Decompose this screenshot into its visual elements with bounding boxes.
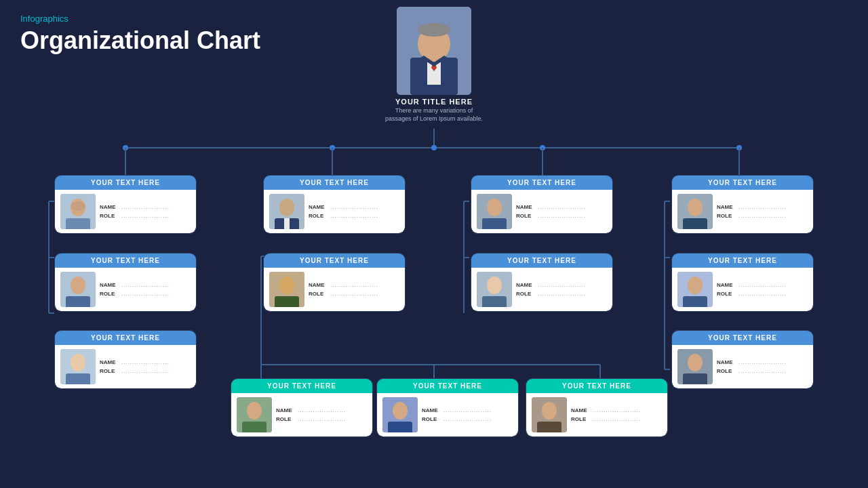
card-col1-row3: YOUR TEXT HERE NAME ....................… <box>54 330 197 389</box>
card-col2-row2-info: NAME ...................... ROLE .......… <box>309 282 378 297</box>
name-dots: ...................... <box>738 204 787 210</box>
role-label: ROLE <box>571 416 590 422</box>
card-col2-bot2-info: NAME ...................... ROLE .......… <box>422 407 492 422</box>
card-col1-row3-body: NAME ...................... ROLE .......… <box>55 345 196 388</box>
svg-point-37 <box>71 201 85 211</box>
role-label: ROLE <box>276 416 295 422</box>
role-label: ROLE <box>422 416 441 422</box>
name-label: NAME <box>100 282 119 288</box>
name-dots: ...................... <box>443 407 492 413</box>
svg-rect-48 <box>284 218 290 229</box>
name-dots: ...................... <box>298 407 346 413</box>
card-col3-row2-info: NAME ...................... ROLE .......… <box>516 282 586 297</box>
top-node-photo <box>397 7 471 95</box>
card-col2-row1: YOUR TEXT HERE NAME ....................… <box>263 175 406 234</box>
card-col1-row3-photo <box>60 349 96 384</box>
name-dots: ...................... <box>738 282 787 288</box>
svg-point-68 <box>688 199 703 216</box>
card-col2-bot1-photo <box>237 397 272 432</box>
role-label: ROLE <box>100 213 119 219</box>
name-dots: ...................... <box>330 204 378 210</box>
name-label: NAME <box>309 282 328 288</box>
svg-rect-57 <box>388 422 412 432</box>
role-label: ROLE <box>516 291 535 297</box>
card-col1-row1-header: YOUR TEXT HERE <box>55 176 196 190</box>
card-col3-row2-photo <box>477 272 512 307</box>
name-label: NAME <box>422 407 441 413</box>
name-dots: ...................... <box>738 359 787 365</box>
svg-rect-38 <box>66 218 90 229</box>
svg-point-11 <box>431 145 437 150</box>
svg-rect-51 <box>275 296 299 307</box>
card-col3-row1-body: NAME ...................... ROLE .......… <box>471 190 612 233</box>
card-col4-row2: YOUR TEXT HERE NAME ....................… <box>671 253 814 312</box>
card-col2-row2-header: YOUR TEXT HERE <box>264 253 405 268</box>
card-col4-row1-info: NAME ...................... ROLE .......… <box>717 204 787 219</box>
role-dots: ...................... <box>298 416 346 422</box>
card-col1-row2-info: NAME ...................... ROLE .......… <box>100 282 170 297</box>
svg-rect-60 <box>537 422 561 432</box>
card-col2-row2: YOUR TEXT HERE NAME ....................… <box>263 253 406 312</box>
card-col2-row1-info: NAME ...................... ROLE .......… <box>309 204 378 219</box>
svg-point-74 <box>688 354 703 371</box>
name-dots: ...................... <box>538 282 586 288</box>
svg-point-62 <box>487 199 502 216</box>
infographics-label: Infographics <box>20 14 260 24</box>
svg-point-65 <box>487 277 502 294</box>
card-col1-row1-body: NAME ...................... ROLE .......… <box>55 190 196 233</box>
svg-point-12 <box>540 145 545 150</box>
role-label: ROLE <box>309 213 328 219</box>
name-dots: ...................... <box>330 282 378 288</box>
role-label: ROLE <box>717 368 736 374</box>
name-label: NAME <box>571 407 590 413</box>
top-node-subtitle: There are many variations of passages of… <box>383 107 485 123</box>
card-col2-row2-photo <box>269 272 304 307</box>
svg-point-40 <box>71 277 85 294</box>
role-dots: ...................... <box>738 213 787 219</box>
svg-point-50 <box>279 277 294 294</box>
card-col2-bot1-info: NAME ...................... ROLE .......… <box>276 407 346 422</box>
svg-point-59 <box>542 402 557 420</box>
card-col3-row1-info: NAME ...................... ROLE .......… <box>516 204 586 219</box>
card-col4-row1-header: YOUR TEXT HERE <box>672 176 813 190</box>
card-col2-row1-header: YOUR TEXT HERE <box>264 176 405 190</box>
card-col2-bot2-photo <box>382 397 418 432</box>
card-col2-bot3-photo <box>532 397 567 432</box>
svg-point-46 <box>279 199 294 216</box>
card-col4-row1-photo <box>677 194 713 229</box>
role-label: ROLE <box>309 291 328 297</box>
card-col4-row3-body: NAME ...................... ROLE .......… <box>672 345 813 388</box>
card-col3-row1-photo <box>477 194 512 229</box>
svg-rect-41 <box>66 296 90 307</box>
card-col3-row2: YOUR TEXT HERE NAME ....................… <box>471 253 613 312</box>
card-col2-bot3-header: YOUR TEXT HERE <box>526 379 667 393</box>
svg-rect-72 <box>683 296 707 307</box>
card-col2-bot2-body: NAME ...................... ROLE .......… <box>377 393 518 436</box>
svg-point-9 <box>123 145 128 150</box>
svg-point-10 <box>330 145 335 150</box>
svg-point-53 <box>247 402 262 420</box>
name-label: NAME <box>276 407 295 413</box>
role-dots: ...................... <box>121 291 170 297</box>
role-label: ROLE <box>516 213 535 219</box>
svg-rect-75 <box>683 373 707 384</box>
role-dots: ...................... <box>538 291 586 297</box>
card-col2-bot1-body: NAME ...................... ROLE .......… <box>231 393 372 436</box>
name-label: NAME <box>516 282 535 288</box>
card-col3-row2-header: YOUR TEXT HERE <box>471 253 612 268</box>
name-label: NAME <box>100 204 119 210</box>
card-col1-row3-header: YOUR TEXT HERE <box>55 331 196 345</box>
card-col3-row2-body: NAME ...................... ROLE .......… <box>471 268 612 311</box>
card-col4-row2-photo <box>677 272 713 307</box>
card-col1-row1-info: NAME ...................... ROLE .......… <box>100 204 170 219</box>
role-label: ROLE <box>717 291 736 297</box>
role-dots: ...................... <box>443 416 492 422</box>
role-label: ROLE <box>100 291 119 297</box>
svg-rect-54 <box>242 422 267 432</box>
card-col4-row3-info: NAME ...................... ROLE .......… <box>717 359 787 374</box>
name-label: NAME <box>717 282 736 288</box>
name-label: NAME <box>717 359 736 365</box>
role-dots: ...................... <box>593 416 641 422</box>
name-dots: ...................... <box>538 204 586 210</box>
name-label: NAME <box>516 204 535 210</box>
